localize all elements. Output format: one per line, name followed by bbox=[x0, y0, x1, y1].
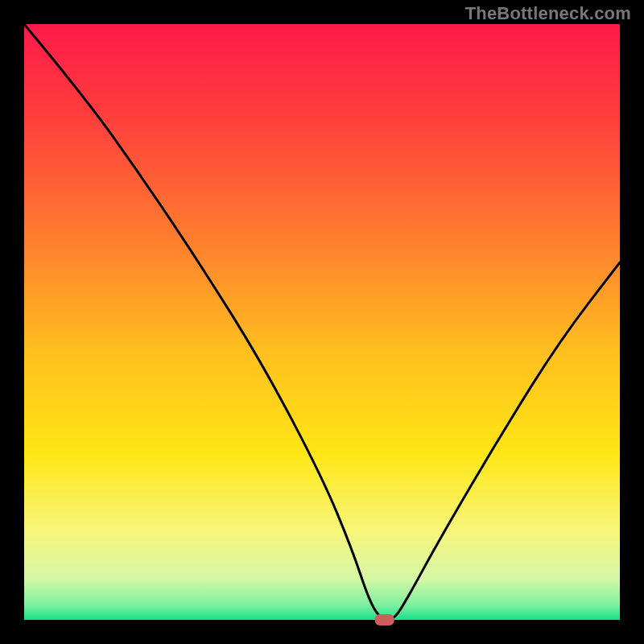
chart-frame: TheBottleneck.com bbox=[0, 0, 644, 644]
plot-area bbox=[24, 24, 620, 620]
minimum-marker bbox=[375, 614, 394, 625]
bottleneck-chart bbox=[0, 0, 644, 644]
watermark-label: TheBottleneck.com bbox=[465, 3, 631, 24]
